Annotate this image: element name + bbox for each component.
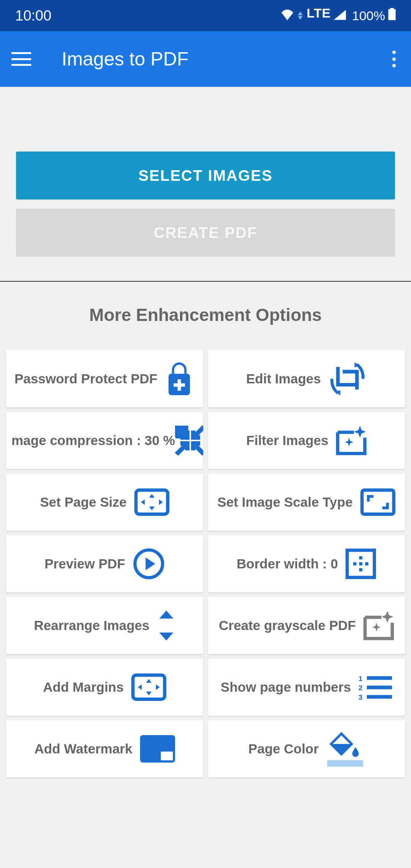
option-label: Add Watermark bbox=[34, 741, 132, 756]
option-label: Set Page Size bbox=[40, 495, 127, 510]
svg-rect-11 bbox=[359, 562, 363, 566]
signal-icon bbox=[334, 8, 346, 23]
svg-text:2: 2 bbox=[358, 684, 363, 692]
svg-rect-13 bbox=[359, 568, 363, 571]
select-images-label: SELECT IMAGES bbox=[139, 167, 273, 184]
create-pdf-label: CREATE PDF bbox=[154, 224, 258, 241]
section-title: More Enhancement Options bbox=[0, 305, 411, 325]
option-label: Show page numbers bbox=[221, 680, 351, 695]
option-page-color[interactable]: Page Color bbox=[208, 720, 405, 777]
option-page-numbers[interactable]: Show page numbers 1 2 3 bbox=[208, 659, 405, 716]
crop-rotate-icon bbox=[328, 361, 366, 397]
option-edit-images[interactable]: Edit Images bbox=[208, 350, 405, 407]
svg-rect-1 bbox=[390, 8, 394, 10]
margins-icon bbox=[131, 673, 166, 701]
svg-rect-0 bbox=[388, 9, 395, 20]
option-password-protect[interactable]: Password Protect PDF bbox=[6, 350, 203, 407]
aspect-ratio-icon bbox=[360, 488, 395, 516]
option-add-watermark[interactable]: Add Watermark bbox=[6, 720, 203, 777]
option-label: Filter Images bbox=[246, 433, 328, 448]
svg-text:3: 3 bbox=[358, 693, 363, 700]
status-time: 10:00 bbox=[15, 8, 51, 24]
select-images-button[interactable]: SELECT IMAGES bbox=[16, 152, 395, 199]
option-label: Page Color bbox=[249, 741, 319, 756]
data-updown-icon bbox=[298, 11, 303, 20]
more-menu-icon[interactable] bbox=[392, 51, 396, 67]
watermark-icon bbox=[140, 735, 175, 763]
svg-rect-6 bbox=[362, 490, 393, 514]
page-size-icon bbox=[134, 488, 169, 516]
option-add-margins[interactable]: Add Margins bbox=[6, 659, 203, 716]
svg-rect-5 bbox=[136, 490, 167, 514]
option-grayscale[interactable]: Create grayscale PDF bbox=[208, 597, 405, 654]
svg-text:1: 1 bbox=[358, 675, 363, 683]
svg-rect-19 bbox=[367, 686, 392, 689]
option-set-scale-type[interactable]: Set Image Scale Type bbox=[208, 474, 405, 531]
option-label: Password Protect PDF bbox=[14, 371, 157, 386]
app-title: Images to PDF bbox=[62, 48, 392, 70]
lte-label: LTE bbox=[307, 6, 331, 21]
create-pdf-button: CREATE PDF bbox=[16, 209, 395, 257]
option-label: Add Margins bbox=[43, 680, 124, 695]
svg-rect-22 bbox=[161, 752, 173, 760]
svg-rect-10 bbox=[353, 562, 357, 566]
option-set-page-size[interactable]: Set Page Size bbox=[6, 474, 203, 531]
hamburger-icon[interactable] bbox=[11, 52, 31, 66]
option-label: Border width : 0 bbox=[237, 556, 338, 571]
option-filter-images[interactable]: Filter Images bbox=[208, 412, 405, 469]
svg-rect-23 bbox=[327, 760, 363, 767]
compress-icon bbox=[175, 426, 203, 455]
sparkle-frame-icon bbox=[336, 426, 366, 455]
option-label: Preview PDF bbox=[45, 556, 125, 571]
divider bbox=[0, 281, 411, 282]
svg-rect-18 bbox=[367, 676, 392, 680]
battery-icon bbox=[388, 8, 396, 23]
option-rearrange-images[interactable]: Rearrange Images bbox=[6, 597, 203, 654]
play-circle-icon bbox=[133, 548, 165, 580]
option-label: Set Image Scale Type bbox=[217, 495, 352, 510]
numbered-list-icon: 1 2 3 bbox=[358, 675, 392, 700]
option-preview-pdf[interactable]: Preview PDF bbox=[6, 535, 203, 592]
border-icon bbox=[346, 549, 376, 579]
svg-rect-4 bbox=[174, 383, 185, 387]
lock-plus-icon bbox=[165, 362, 194, 395]
up-down-icon bbox=[157, 610, 175, 641]
status-right: LTE 100% bbox=[281, 6, 396, 26]
option-compression[interactable]: mage compression : 30 % bbox=[6, 412, 203, 469]
grayscale-icon bbox=[363, 611, 394, 640]
options-grid: Password Protect PDF Edit Images mage bbox=[0, 350, 411, 777]
svg-rect-12 bbox=[365, 562, 369, 566]
top-section: SELECT IMAGES CREATE PDF bbox=[0, 87, 411, 281]
status-bar: 10:00 LTE 100% bbox=[0, 0, 411, 31]
option-label: mage compression : 30 % bbox=[11, 433, 175, 448]
option-label: Rearrange Images bbox=[34, 618, 149, 633]
svg-rect-20 bbox=[367, 695, 392, 699]
svg-rect-9 bbox=[359, 556, 363, 560]
wifi-icon bbox=[281, 8, 294, 23]
paint-bucket-icon bbox=[326, 731, 364, 767]
option-border-width[interactable]: Border width : 0 bbox=[208, 535, 405, 592]
option-label: Create grayscale PDF bbox=[219, 618, 356, 633]
svg-rect-14 bbox=[133, 675, 164, 699]
app-bar: Images to PDF bbox=[0, 31, 411, 87]
battery-text: 100% bbox=[352, 8, 385, 23]
option-label: Edit Images bbox=[246, 371, 321, 386]
